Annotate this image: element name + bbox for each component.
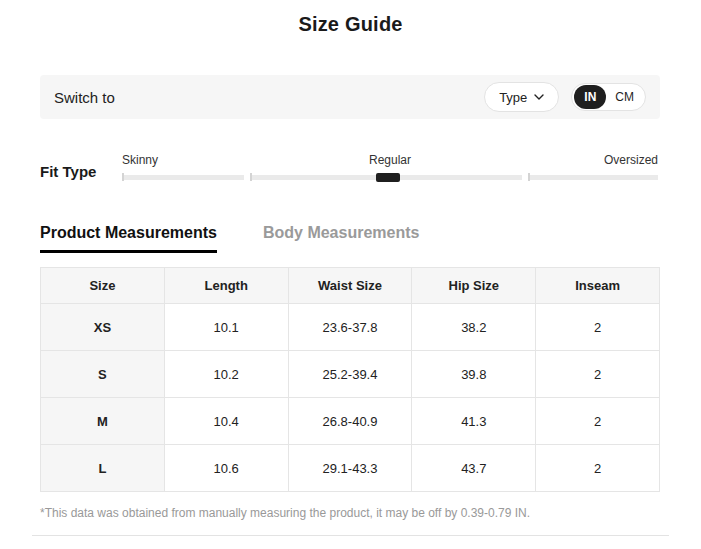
value-cell: 43.7: [412, 445, 536, 492]
measurement-disclaimer: *This data was obtained from manually me…: [40, 506, 530, 520]
fit-type-label: Fit Type: [40, 163, 96, 180]
fit-type-section: Fit Type Skinny Regular Oversized: [40, 150, 660, 192]
slider-track-segment[interactable]: [122, 175, 244, 180]
slider-thumb[interactable]: [376, 173, 400, 182]
unit-option-in[interactable]: IN: [574, 85, 606, 109]
page-title: Size Guide: [0, 13, 701, 36]
value-cell: 10.4: [164, 398, 288, 445]
value-cell: 25.2-39.4: [288, 351, 412, 398]
switch-to-label: Switch to: [54, 89, 115, 106]
fit-option-oversized[interactable]: Oversized: [604, 153, 658, 167]
chevron-down-icon: [534, 94, 544, 100]
fit-option-regular[interactable]: Regular: [369, 153, 411, 167]
column-header: Waist Size: [288, 268, 412, 304]
bottom-divider: [32, 535, 669, 536]
slider-track-segment[interactable]: [528, 175, 658, 180]
fit-option-skinny[interactable]: Skinny: [122, 153, 158, 167]
value-cell: 23.6-37.8: [288, 304, 412, 351]
unit-option-cm[interactable]: CM: [606, 85, 643, 109]
type-dropdown[interactable]: Type: [484, 82, 559, 112]
table-row: S 10.2 25.2-39.4 39.8 2: [41, 351, 660, 398]
value-cell: 39.8: [412, 351, 536, 398]
column-header: Hip Size: [412, 268, 536, 304]
table-row: XS 10.1 23.6-37.8 38.2 2: [41, 304, 660, 351]
column-header: Length: [164, 268, 288, 304]
value-cell: 10.2: [164, 351, 288, 398]
value-cell: 2: [536, 304, 660, 351]
table-row: L 10.6 29.1-43.3 43.7 2: [41, 445, 660, 492]
value-cell: 29.1-43.3: [288, 445, 412, 492]
column-header: Inseam: [536, 268, 660, 304]
size-cell: L: [41, 445, 165, 492]
value-cell: 2: [536, 445, 660, 492]
fit-type-slider: Skinny Regular Oversized: [122, 150, 658, 192]
size-guide-panel: Size Guide Switch to Type IN CM Fit Type…: [0, 0, 701, 549]
tab-product-measurements[interactable]: Product Measurements: [40, 224, 217, 253]
value-cell: 10.1: [164, 304, 288, 351]
value-cell: 26.8-40.9: [288, 398, 412, 445]
table-row: M 10.4 26.8-40.9 41.3 2: [41, 398, 660, 445]
switch-bar: Switch to Type IN CM: [40, 75, 660, 119]
value-cell: 38.2: [412, 304, 536, 351]
value-cell: 2: [536, 398, 660, 445]
type-dropdown-label: Type: [499, 90, 527, 105]
switch-controls: Type IN CM: [484, 82, 646, 112]
value-cell: 10.6: [164, 445, 288, 492]
size-cell: M: [41, 398, 165, 445]
size-cell: XS: [41, 304, 165, 351]
value-cell: 41.3: [412, 398, 536, 445]
value-cell: 2: [536, 351, 660, 398]
size-table: Size Length Waist Size Hip Size Inseam X…: [40, 267, 660, 492]
unit-toggle: IN CM: [571, 83, 646, 111]
tab-body-measurements[interactable]: Body Measurements: [263, 224, 420, 253]
column-header: Size: [41, 268, 165, 304]
size-cell: S: [41, 351, 165, 398]
table-header-row: Size Length Waist Size Hip Size Inseam: [41, 268, 660, 304]
measurement-tabs: Product Measurements Body Measurements: [40, 224, 419, 253]
